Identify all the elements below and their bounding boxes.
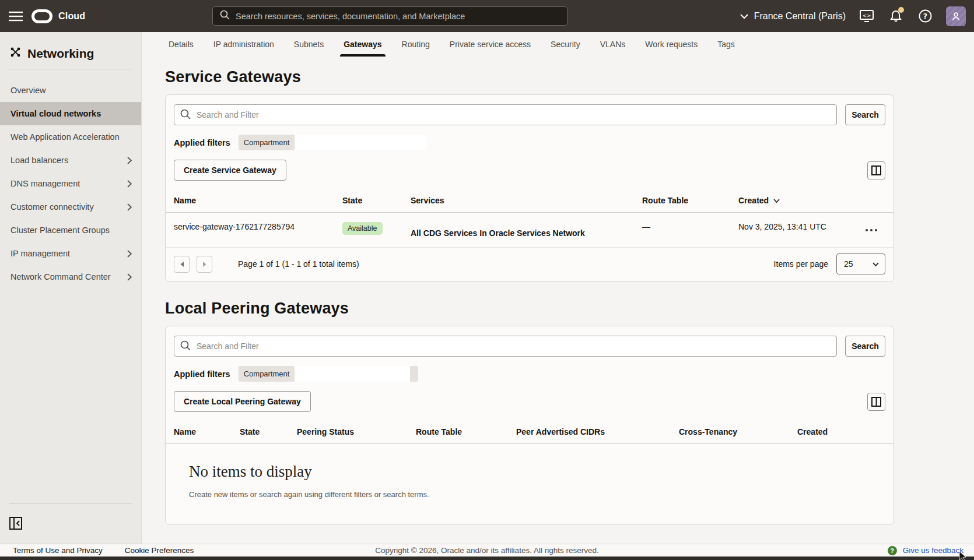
chevron-right-icon — [127, 203, 132, 211]
applied-filters-label: Applied filters — [174, 369, 230, 379]
sg-row-created: Nov 3, 2025, 13:41 UTC — [730, 213, 854, 247]
region-selector[interactable]: France Central (Paris) — [740, 11, 846, 22]
sg-col-created[interactable]: Created — [730, 189, 854, 212]
service-gateways-card: Search Applied filters Compartment Creat… — [165, 94, 894, 282]
tab-vlans[interactable]: VLANs — [599, 32, 627, 57]
tab-gateways[interactable]: Gateways — [342, 32, 383, 57]
compartment-filter-value — [295, 135, 426, 150]
region-label: France Central (Paris) — [754, 11, 846, 22]
next-page-button[interactable] — [197, 256, 212, 273]
lpg-filter-input[interactable] — [174, 336, 837, 357]
pagination-text: Page 1 of 1 (1 - 1 of 1 total items) — [238, 259, 359, 269]
items-per-page-select[interactable]: 25 — [836, 253, 885, 274]
cloud-shell-icon[interactable]: <> — [859, 8, 875, 24]
sg-search-button[interactable]: Search — [845, 104, 885, 125]
search-icon — [180, 109, 191, 122]
tab-subnets[interactable]: Subnets — [293, 32, 325, 57]
help-icon[interactable]: ? — [917, 8, 933, 24]
tab-private-service-access[interactable]: Private service access — [449, 32, 532, 57]
sidebar-item-customer-connectivity[interactable]: Customer connectivity — [0, 195, 141, 219]
tab-routing[interactable]: Routing — [401, 32, 431, 57]
service-gateways-table: Name State Services Route Table Created … — [166, 189, 894, 281]
compartment-filter-value — [295, 366, 410, 382]
applied-filters-label: Applied filters — [174, 138, 230, 147]
chevron-down-icon — [740, 11, 748, 22]
global-search-input[interactable] — [236, 12, 560, 21]
divider — [9, 69, 132, 69]
chevron-right-icon — [127, 273, 132, 281]
sg-row-state: Available — [334, 213, 402, 247]
local-peering-gateways-card: Search Applied filters Compartment Creat… — [165, 326, 894, 525]
notifications-bell-icon[interactable] — [888, 8, 904, 24]
sidebar-item-overview[interactable]: Overview — [0, 79, 141, 102]
sidebar-title: Networking — [27, 47, 94, 61]
sidebar-item-load-balancers[interactable]: Load balancers — [0, 149, 141, 172]
table-row[interactable]: service-gateway-1762177285794 Available … — [166, 213, 894, 248]
lpg-col-name[interactable]: Name — [166, 420, 232, 443]
footer: Terms of Use and Privacy Cookie Preferen… — [0, 544, 974, 557]
sidebar-item-web-application-acceleration[interactable]: Web Application Acceleration — [0, 125, 141, 149]
tab-details[interactable]: Details — [167, 32, 195, 57]
row-actions-ellipsis-icon[interactable] — [862, 226, 881, 235]
lpg-col-cross-tenancy[interactable]: Cross-Tenancy — [671, 420, 789, 443]
lpg-col-state[interactable]: State — [232, 420, 289, 443]
sg-filter-input[interactable] — [174, 104, 837, 125]
empty-state: No items to display Create new items or … — [166, 444, 894, 524]
lpg-col-peering-status[interactable]: Peering Status — [289, 420, 408, 443]
status-badge: Available — [342, 222, 383, 235]
previous-page-button[interactable] — [174, 256, 190, 273]
chevron-right-icon — [127, 250, 132, 258]
lpg-col-peer-advertised-cidrs[interactable]: Peer Advertised CIDRs — [508, 420, 671, 443]
global-search[interactable] — [212, 6, 567, 26]
sidebar-item-network-command-center[interactable]: Network Command Center — [0, 265, 141, 288]
copyright-text: Copyright © 2026, Oracle and/or its affi… — [375, 546, 598, 555]
tab-bar: Details IP administration Subnets Gatewa… — [167, 32, 974, 57]
hamburger-menu-icon[interactable] — [0, 0, 31, 32]
top-bar: Cloud France Central (Paris) <> ? — [0, 0, 974, 32]
sidebar-item-virtual-cloud-networks[interactable]: Virtual cloud networks — [0, 102, 141, 125]
tab-security[interactable]: Security — [549, 32, 581, 57]
sg-row-name[interactable]: service-gateway-1762177285794 — [166, 213, 334, 247]
sidebar-item-cluster-placement-groups[interactable]: Cluster Placement Groups — [0, 219, 141, 242]
user-avatar[interactable] — [946, 6, 966, 26]
lpg-col-route-table[interactable]: Route Table — [408, 420, 508, 443]
lpg-search-button[interactable]: Search — [845, 336, 885, 357]
chevron-right-icon — [127, 157, 132, 164]
main-content: Details IP administration Subnets Gatewa… — [142, 32, 974, 544]
sg-col-state[interactable]: State — [334, 189, 402, 212]
column-settings-icon[interactable] — [867, 161, 885, 179]
compartment-filter-chip[interactable]: Compartment — [239, 135, 427, 150]
sort-chevron-icon — [773, 199, 780, 203]
sidebar: Networking Overview Virtual cloud networ… — [0, 32, 142, 544]
empty-state-subtitle: Create new items or search again using d… — [189, 490, 894, 499]
compartment-filter-chip[interactable]: Compartment — [239, 366, 419, 382]
svg-text:?: ? — [923, 12, 927, 20]
tab-tags[interactable]: Tags — [716, 32, 736, 57]
sidebar-item-dns-management[interactable]: DNS management — [0, 172, 141, 195]
sg-pagination: Page 1 of 1 (1 - 1 of 1 total items) Ite… — [166, 248, 894, 281]
sidebar-collapse-icon[interactable] — [9, 517, 22, 530]
sidebar-item-ip-management[interactable]: IP management — [0, 242, 141, 265]
oracle-cloud-logo[interactable]: Cloud — [31, 9, 85, 23]
networking-icon — [9, 46, 22, 61]
sg-row-services: All CDG Services In Oracle Services Netw… — [402, 213, 634, 247]
tab-work-requests[interactable]: Work requests — [644, 32, 699, 57]
svg-text:<>: <> — [862, 12, 871, 18]
search-icon — [220, 10, 230, 22]
cookie-preferences-link[interactable]: Cookie Preferences — [125, 546, 194, 555]
service-gateways-title: Service Gateways — [165, 68, 917, 86]
brand-label: Cloud — [58, 11, 85, 22]
sg-col-name[interactable]: Name — [166, 189, 334, 212]
window-bottom-edge — [0, 557, 974, 560]
terms-of-use-link[interactable]: Terms of Use and Privacy — [13, 546, 103, 555]
sg-col-route-table[interactable]: Route Table — [634, 189, 730, 212]
give-feedback-link[interactable]: Give us feedback — [903, 546, 964, 555]
sg-col-services[interactable]: Services — [402, 189, 634, 212]
lpg-col-created[interactable]: Created — [789, 420, 894, 443]
create-service-gateway-button[interactable]: Create Service Gateway — [174, 160, 286, 181]
create-local-peering-gateway-button[interactable]: Create Local Peering Gateway — [174, 391, 311, 412]
tab-ip-administration[interactable]: IP administration — [212, 32, 275, 57]
oracle-logo-icon — [31, 9, 52, 23]
notification-badge — [898, 7, 904, 13]
column-settings-icon[interactable] — [867, 393, 885, 411]
